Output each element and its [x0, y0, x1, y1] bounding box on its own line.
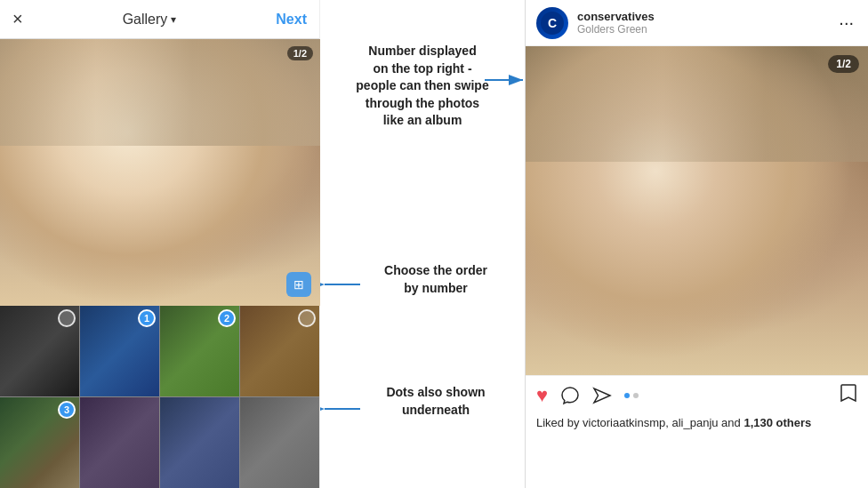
heart-icon[interactable]: ♥: [536, 384, 548, 407]
gallery-title-wrap: Gallery ▾: [123, 12, 177, 28]
instagram-panel: C conservatives Golders Green ··· 1/2 ♥: [525, 0, 868, 488]
avatar: C: [536, 7, 568, 39]
share-icon[interactable]: [592, 386, 612, 405]
bookmark-icon[interactable]: [840, 383, 857, 408]
thumb-badge-3: 2: [218, 309, 236, 327]
thumb-2[interactable]: 1: [80, 306, 159, 396]
thumb-4[interactable]: [240, 306, 319, 396]
next-button[interactable]: Next: [276, 12, 307, 28]
thumb-check-4: [298, 309, 316, 327]
thumb-check-1: [58, 309, 76, 327]
instagram-actions: ♥: [526, 375, 868, 415]
thumb-8[interactable]: [240, 397, 319, 488]
thumb-1[interactable]: [0, 306, 79, 396]
annotation-middle: Choose the orderby number: [356, 262, 516, 297]
likes-count: 1,130 others: [743, 416, 811, 429]
gallery-header: × Gallery ▾ Next: [0, 0, 319, 39]
gallery-title: Gallery: [123, 12, 168, 28]
thumb-5[interactable]: 3: [0, 397, 79, 488]
close-icon[interactable]: ×: [12, 9, 23, 29]
thumb-3[interactable]: 2: [160, 306, 239, 396]
annotation-top: Number displayedon the top right -people…: [329, 43, 516, 130]
likes-prefix: Liked by victoriaatkinsmp, ali_panju and: [536, 416, 743, 429]
likes-text: Liked by victoriaatkinsmp, ali_panju and…: [526, 415, 868, 438]
annotation-bottom: Dots also shownunderneath: [356, 384, 516, 419]
instagram-counter-badge: 1/2: [828, 55, 859, 73]
thumb-badge-2: 1: [138, 309, 156, 327]
username: conservatives: [577, 10, 835, 24]
annotation-top-text: Number displayedon the top right -people…: [356, 43, 488, 130]
annotation-middle-text: Choose the orderby number: [384, 262, 487, 297]
gallery-panel: × Gallery ▾ Next 1/2 ⊞ 1 2 3: [0, 0, 320, 488]
main-photo-area: 1/2 ⊞: [0, 39, 320, 306]
thumb-6[interactable]: [80, 397, 159, 488]
comment-icon[interactable]: [560, 386, 580, 405]
more-options-icon[interactable]: ···: [835, 9, 857, 36]
annotation-bottom-text: Dots also shownunderneath: [386, 384, 485, 419]
thumb-badge-5: 3: [58, 401, 76, 419]
location: Golders Green: [577, 23, 835, 36]
dots-indicator: [624, 393, 827, 398]
multi-select-icon[interactable]: ⊞: [286, 272, 311, 297]
dot-1: [624, 393, 630, 398]
dot-2: [633, 393, 639, 398]
instagram-header: C conservatives Golders Green ···: [526, 0, 868, 46]
user-info: conservatives Golders Green: [577, 10, 835, 36]
main-photo: [0, 39, 320, 306]
annotations-panel: Number displayedon the top right -people…: [320, 0, 525, 488]
post-image: [526, 46, 868, 375]
thumbnail-grid: 1 2 3: [0, 306, 319, 488]
thumb-7[interactable]: [160, 397, 239, 488]
photo-counter-badge: 1/2: [287, 46, 313, 60]
instagram-photo: 1/2: [526, 46, 868, 375]
chevron-down-icon[interactable]: ▾: [171, 13, 176, 26]
svg-text:C: C: [548, 16, 557, 30]
